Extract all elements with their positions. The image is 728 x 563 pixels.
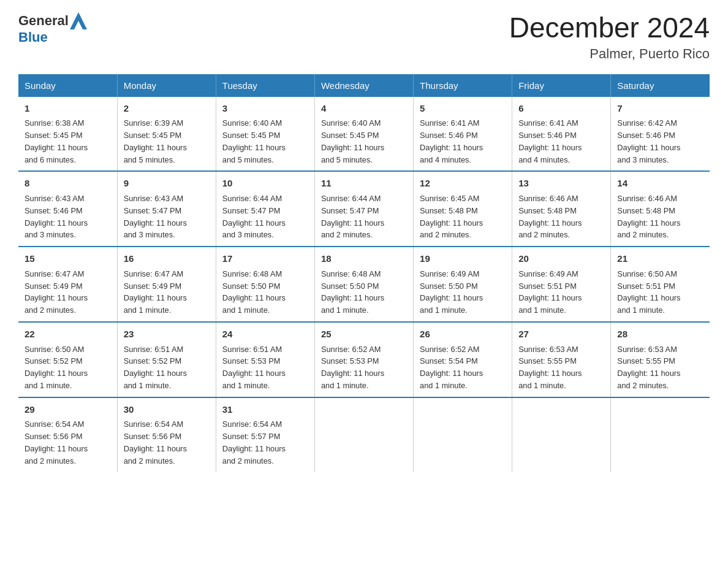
day-info: Sunrise: 6:45 AMSunset: 5:48 PMDaylight:…: [420, 193, 506, 241]
day-number: 4: [321, 102, 407, 116]
day-info: Sunrise: 6:44 AMSunset: 5:47 PMDaylight:…: [321, 193, 407, 241]
calendar-cell: 2Sunrise: 6:39 AMSunset: 5:45 PMDaylight…: [117, 97, 216, 172]
calendar-cell: 11Sunrise: 6:44 AMSunset: 5:47 PMDayligh…: [314, 171, 413, 247]
day-info: Sunrise: 6:40 AMSunset: 5:45 PMDaylight:…: [321, 117, 407, 166]
day-number: 28: [617, 327, 703, 342]
day-number: 31: [222, 403, 308, 417]
calendar-cell: 4Sunrise: 6:40 AMSunset: 5:45 PMDaylight…: [314, 97, 413, 172]
day-info: Sunrise: 6:54 AMSunset: 5:57 PMDaylight:…: [222, 418, 308, 467]
day-number: 23: [124, 327, 210, 342]
week-row-4: 22Sunrise: 6:50 AMSunset: 5:52 PMDayligh…: [18, 322, 710, 397]
day-number: 3: [222, 102, 308, 116]
calendar-cell: 30Sunrise: 6:54 AMSunset: 5:56 PMDayligh…: [117, 397, 216, 472]
calendar-cell: 3Sunrise: 6:40 AMSunset: 5:45 PMDaylight…: [216, 97, 314, 172]
calendar-cell: 12Sunrise: 6:45 AMSunset: 5:48 PMDayligh…: [414, 171, 512, 247]
day-info: Sunrise: 6:47 AMSunset: 5:49 PMDaylight:…: [124, 268, 210, 316]
day-info: Sunrise: 6:50 AMSunset: 5:52 PMDaylight:…: [25, 343, 111, 392]
calendar-cell: 19Sunrise: 6:49 AMSunset: 5:50 PMDayligh…: [414, 247, 512, 322]
calendar-cell: 7Sunrise: 6:42 AMSunset: 5:46 PMDaylight…: [611, 97, 710, 172]
header-cell-saturday: Saturday: [611, 74, 710, 97]
day-number: 5: [420, 102, 506, 116]
calendar-cell: 29Sunrise: 6:54 AMSunset: 5:56 PMDayligh…: [18, 397, 117, 472]
calendar-cell: 18Sunrise: 6:48 AMSunset: 5:50 PMDayligh…: [314, 247, 413, 322]
day-number: 20: [518, 252, 604, 266]
day-info: Sunrise: 6:51 AMSunset: 5:52 PMDaylight:…: [124, 343, 210, 392]
logo-triangle-icon: [70, 12, 87, 29]
day-info: Sunrise: 6:43 AMSunset: 5:46 PMDaylight:…: [25, 193, 111, 241]
calendar-cell: 27Sunrise: 6:53 AMSunset: 5:55 PMDayligh…: [512, 322, 611, 397]
header: General Blue December 2024 Palmer, Puert…: [18, 12, 710, 62]
day-number: 2: [124, 102, 210, 116]
calendar-cell: 26Sunrise: 6:52 AMSunset: 5:54 PMDayligh…: [414, 322, 512, 397]
day-number: 1: [25, 102, 111, 116]
day-number: 25: [321, 327, 407, 342]
calendar-cell: 6Sunrise: 6:41 AMSunset: 5:46 PMDaylight…: [512, 97, 611, 172]
day-number: 29: [25, 403, 111, 417]
calendar-cell: 13Sunrise: 6:46 AMSunset: 5:48 PMDayligh…: [512, 171, 611, 247]
day-number: 27: [518, 327, 604, 342]
day-number: 14: [617, 177, 703, 191]
calendar-cell: 8Sunrise: 6:43 AMSunset: 5:46 PMDaylight…: [18, 171, 117, 247]
day-number: 6: [518, 102, 604, 116]
week-row-1: 1Sunrise: 6:38 AMSunset: 5:45 PMDaylight…: [18, 97, 710, 172]
day-info: Sunrise: 6:42 AMSunset: 5:46 PMDaylight:…: [617, 117, 703, 166]
week-row-2: 8Sunrise: 6:43 AMSunset: 5:46 PMDaylight…: [18, 171, 710, 247]
header-row: SundayMondayTuesdayWednesdayThursdayFrid…: [18, 74, 710, 97]
day-number: 10: [222, 177, 308, 191]
week-row-5: 29Sunrise: 6:54 AMSunset: 5:56 PMDayligh…: [18, 397, 710, 472]
calendar-cell: 1Sunrise: 6:38 AMSunset: 5:45 PMDaylight…: [18, 97, 117, 172]
calendar-cell: 31Sunrise: 6:54 AMSunset: 5:57 PMDayligh…: [216, 397, 314, 472]
header-cell-monday: Monday: [117, 74, 216, 97]
calendar-cell: 10Sunrise: 6:44 AMSunset: 5:47 PMDayligh…: [216, 171, 314, 247]
day-number: 30: [124, 403, 210, 417]
day-info: Sunrise: 6:41 AMSunset: 5:46 PMDaylight:…: [420, 117, 506, 166]
calendar-cell: 28Sunrise: 6:53 AMSunset: 5:55 PMDayligh…: [611, 322, 710, 397]
header-cell-wednesday: Wednesday: [314, 74, 413, 97]
day-number: 22: [25, 327, 111, 342]
day-info: Sunrise: 6:51 AMSunset: 5:53 PMDaylight:…: [222, 343, 308, 392]
day-number: 16: [124, 252, 210, 266]
calendar-cell: [314, 397, 413, 472]
day-info: Sunrise: 6:44 AMSunset: 5:47 PMDaylight:…: [222, 193, 308, 241]
day-number: 13: [518, 177, 604, 191]
logo-general: General: [18, 13, 69, 29]
day-number: 26: [420, 327, 506, 342]
calendar-cell: 22Sunrise: 6:50 AMSunset: 5:52 PMDayligh…: [18, 322, 117, 397]
day-info: Sunrise: 6:46 AMSunset: 5:48 PMDaylight:…: [518, 193, 604, 241]
calendar-cell: 25Sunrise: 6:52 AMSunset: 5:53 PMDayligh…: [314, 322, 413, 397]
calendar-cell: 16Sunrise: 6:47 AMSunset: 5:49 PMDayligh…: [117, 247, 216, 322]
day-info: Sunrise: 6:52 AMSunset: 5:54 PMDaylight:…: [420, 343, 506, 392]
logo-blue: Blue: [18, 29, 48, 45]
day-number: 9: [124, 177, 210, 191]
page-subtitle: Palmer, Puerto Rico: [509, 46, 710, 62]
calendar-cell: 15Sunrise: 6:47 AMSunset: 5:49 PMDayligh…: [18, 247, 117, 322]
day-info: Sunrise: 6:41 AMSunset: 5:46 PMDaylight:…: [518, 117, 604, 166]
page-title: December 2024: [509, 12, 710, 44]
calendar-cell: [512, 397, 611, 472]
header-cell-thursday: Thursday: [414, 74, 512, 97]
week-row-3: 15Sunrise: 6:47 AMSunset: 5:49 PMDayligh…: [18, 247, 710, 322]
calendar-cell: [414, 397, 512, 472]
calendar-cell: 14Sunrise: 6:46 AMSunset: 5:48 PMDayligh…: [611, 171, 710, 247]
day-number: 21: [617, 252, 703, 266]
day-number: 12: [420, 177, 506, 191]
day-number: 18: [321, 252, 407, 266]
header-cell-tuesday: Tuesday: [216, 74, 314, 97]
day-info: Sunrise: 6:47 AMSunset: 5:49 PMDaylight:…: [25, 268, 111, 316]
calendar-cell: 21Sunrise: 6:50 AMSunset: 5:51 PMDayligh…: [611, 247, 710, 322]
day-info: Sunrise: 6:48 AMSunset: 5:50 PMDaylight:…: [222, 268, 308, 316]
calendar-cell: 5Sunrise: 6:41 AMSunset: 5:46 PMDaylight…: [414, 97, 512, 172]
day-number: 11: [321, 177, 407, 191]
day-info: Sunrise: 6:49 AMSunset: 5:50 PMDaylight:…: [420, 268, 506, 316]
day-info: Sunrise: 6:39 AMSunset: 5:45 PMDaylight:…: [124, 117, 210, 166]
calendar-cell: 9Sunrise: 6:43 AMSunset: 5:47 PMDaylight…: [117, 171, 216, 247]
day-number: 17: [222, 252, 308, 266]
calendar-cell: 17Sunrise: 6:48 AMSunset: 5:50 PMDayligh…: [216, 247, 314, 322]
day-info: Sunrise: 6:40 AMSunset: 5:45 PMDaylight:…: [222, 117, 308, 166]
calendar-table: SundayMondayTuesdayWednesdayThursdayFrid…: [18, 74, 710, 472]
day-number: 24: [222, 327, 308, 342]
calendar-cell: 23Sunrise: 6:51 AMSunset: 5:52 PMDayligh…: [117, 322, 216, 397]
day-info: Sunrise: 6:43 AMSunset: 5:47 PMDaylight:…: [124, 193, 210, 241]
header-cell-friday: Friday: [512, 74, 611, 97]
calendar-cell: 24Sunrise: 6:51 AMSunset: 5:53 PMDayligh…: [216, 322, 314, 397]
